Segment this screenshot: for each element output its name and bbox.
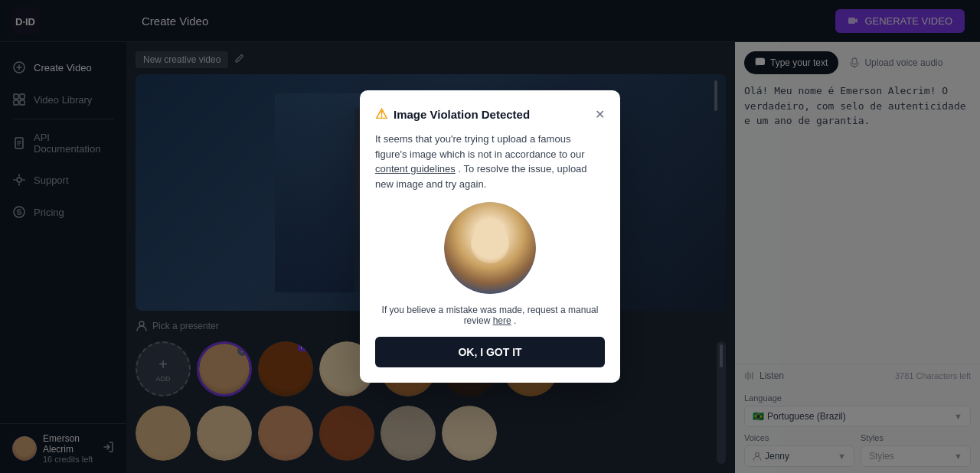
modal-overlay[interactable]: ⚠ Image Violation Detected ✕ It seems th… xyxy=(0,0,980,473)
review-link[interactable]: here xyxy=(493,315,511,326)
modal-close-button[interactable]: ✕ xyxy=(595,107,605,122)
modal-body-text: It seems that you're trying t upload a f… xyxy=(375,133,584,160)
warning-icon: ⚠ xyxy=(375,106,387,122)
review-text: If you believe a mistake was made, reque… xyxy=(382,305,599,326)
modal-review-text: If you believe a mistake was made, reque… xyxy=(375,305,605,326)
modal-title: ⚠ Image Violation Detected xyxy=(375,106,530,122)
image-violation-modal: ⚠ Image Violation Detected ✕ It seems th… xyxy=(360,90,620,383)
violation-face xyxy=(444,202,536,294)
review-period: . xyxy=(514,315,516,326)
modal-title-text: Image Violation Detected xyxy=(394,108,530,121)
ok-got-it-button[interactable]: OK, I GOT IT xyxy=(375,337,605,367)
modal-body: It seems that you're trying t upload a f… xyxy=(375,132,605,191)
content-guidelines-link[interactable]: content guidelines xyxy=(375,163,456,175)
face-head xyxy=(471,225,509,263)
violation-image xyxy=(444,202,536,294)
modal-header: ⚠ Image Violation Detected ✕ xyxy=(375,106,605,122)
